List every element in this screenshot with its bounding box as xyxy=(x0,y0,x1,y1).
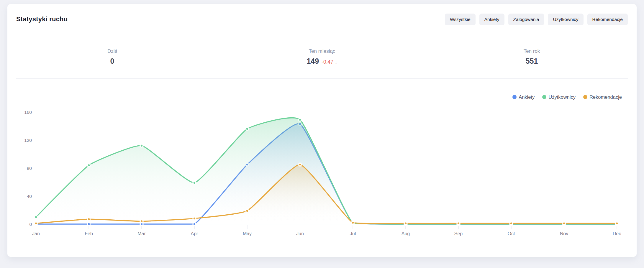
stat-label: Ten miesiąc xyxy=(217,48,427,54)
filter-button-rekomendacje[interactable]: Rekomendacje xyxy=(587,14,628,25)
y-axis-label: 80 xyxy=(27,166,32,171)
data-point-marker-rekomendacje[interactable] xyxy=(510,222,513,225)
stat-delta: -0.47 ↓ xyxy=(322,59,337,65)
page-title: Statystyki ruchu xyxy=(16,14,68,23)
filter-toolbar: WszystkieAnkietyZalogowaniaUżytkownicyRe… xyxy=(445,14,628,25)
stat-value: 0 xyxy=(110,57,114,65)
data-point-marker-uzytkownicy[interactable] xyxy=(35,216,37,218)
data-point-marker-uzytkownicy[interactable] xyxy=(246,128,249,130)
data-point-marker-rekomendacje[interactable] xyxy=(457,222,460,225)
stat-block-this-month: Ten miesiąc 149 -0.47 ↓ xyxy=(217,48,427,65)
stat-value: 551 xyxy=(526,57,538,65)
legend-label: Użytkownicy xyxy=(548,94,576,100)
legend-item-rekomendacje[interactable]: Rekomendacje xyxy=(583,94,622,100)
stat-block-this-year: Ten rok 551 xyxy=(427,48,637,65)
legend-dot-icon xyxy=(542,95,546,99)
chart-svg: 04080120160JanFebMarAprMayJunJulAugSepOc… xyxy=(12,104,632,242)
x-axis-label: May xyxy=(243,231,252,236)
data-point-marker-rekomendacje[interactable] xyxy=(88,218,90,221)
legend-item-uzytkownicy[interactable]: Użytkownicy xyxy=(542,94,576,100)
chart-legend: AnkietyUżytkownicyRekomendacje xyxy=(7,93,622,101)
legend-label: Ankiety xyxy=(519,94,535,100)
filter-button-uzytkownicy[interactable]: Użytkownicy xyxy=(548,14,583,25)
filter-button-ankiety[interactable]: Ankiety xyxy=(479,14,504,25)
stat-label: Dziś xyxy=(7,48,217,54)
arrow-down-icon: ↓ xyxy=(335,59,337,65)
card-header: Statystyki ruchu WszystkieAnkietyZalogow… xyxy=(7,4,637,25)
divider xyxy=(16,78,628,79)
filter-button-zalogowania[interactable]: Zalogowania xyxy=(508,14,544,25)
x-axis-label: Aug xyxy=(402,231,410,236)
data-point-marker-uzytkownicy[interactable] xyxy=(88,164,90,167)
data-point-marker-rekomendacje[interactable] xyxy=(616,222,618,225)
y-axis-label: 40 xyxy=(27,194,32,199)
stat-delta-value: -0.47 xyxy=(322,59,333,65)
data-point-marker-rekomendacje[interactable] xyxy=(193,217,196,220)
legend-label: Rekomendacje xyxy=(589,94,622,100)
data-point-marker-rekomendacje[interactable] xyxy=(404,222,407,225)
x-axis-label: Jan xyxy=(32,231,40,236)
x-axis-label: Oct xyxy=(508,231,515,236)
stats-row: Dziś 0 Ten miesiąc 149 -0.47 ↓ Ten rok 5… xyxy=(7,48,637,65)
x-axis-label: Jun xyxy=(296,231,304,236)
data-point-marker-uzytkownicy[interactable] xyxy=(299,119,301,121)
data-point-marker-rekomendacje[interactable] xyxy=(299,163,301,166)
stat-block-today: Dziś 0 xyxy=(7,48,217,65)
stat-label: Ten rok xyxy=(427,48,637,54)
y-axis-label: 0 xyxy=(29,222,32,227)
filter-button-wszystkie[interactable]: Wszystkie xyxy=(445,14,476,25)
data-point-marker-rekomendacje[interactable] xyxy=(246,210,249,212)
y-axis-label: 160 xyxy=(24,110,32,115)
x-axis-label: Jul xyxy=(350,231,356,236)
data-point-marker-rekomendacje[interactable] xyxy=(140,220,143,223)
legend-dot-icon xyxy=(512,95,517,99)
legend-item-ankiety[interactable]: Ankiety xyxy=(512,94,535,100)
data-point-marker-uzytkownicy[interactable] xyxy=(193,182,196,184)
x-axis-label: Feb xyxy=(85,231,93,236)
legend-dot-icon xyxy=(583,95,587,99)
y-axis-label: 120 xyxy=(24,138,32,143)
x-axis-label: Nov xyxy=(560,231,568,236)
chart: 04080120160JanFebMarAprMayJunJulAugSepOc… xyxy=(12,104,632,242)
x-axis-label: Dec xyxy=(613,231,621,236)
data-point-marker-rekomendacje[interactable] xyxy=(563,222,566,225)
stat-value: 149 xyxy=(307,57,319,65)
traffic-statistics-card: Statystyki ruchu WszystkieAnkietyZalogow… xyxy=(7,4,637,257)
x-axis-label: Apr xyxy=(191,231,199,236)
x-axis-label: Mar xyxy=(137,231,146,236)
data-point-marker-rekomendacje[interactable] xyxy=(35,222,37,225)
x-axis-label: Sep xyxy=(454,231,463,236)
data-point-marker-rekomendacje[interactable] xyxy=(352,221,354,224)
data-point-marker-uzytkownicy[interactable] xyxy=(140,144,143,147)
